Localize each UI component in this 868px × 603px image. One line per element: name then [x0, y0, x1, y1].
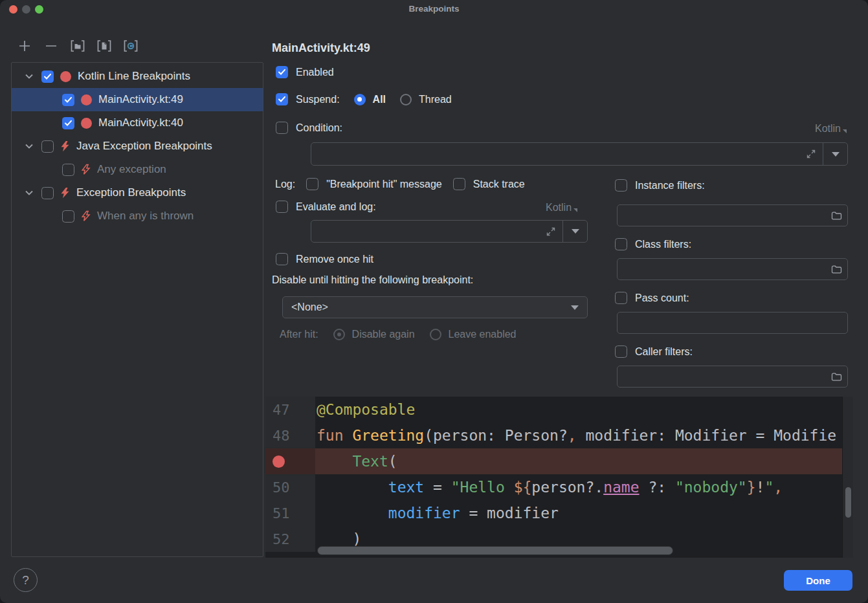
tree-row-java-exception-breakpoints[interactable]: Java Exception Breakpoints: [12, 135, 263, 158]
suspend-checkbox[interactable]: [276, 93, 288, 105]
minus-icon: [44, 39, 58, 53]
chevron-down-icon[interactable]: [25, 73, 34, 80]
gutter-line-number: 47: [265, 397, 315, 422]
tree-item-label: Kotlin Line Breakpoints: [78, 70, 190, 83]
condition-language-selector[interactable]: Kotlin: [815, 123, 847, 135]
tree-row-exception-breakpoints[interactable]: Exception Breakpoints: [12, 181, 263, 204]
evaluate-history-dropdown[interactable]: [563, 229, 587, 234]
stack-trace-checkbox[interactable]: [453, 178, 465, 190]
log-message-label: "Breakpoint hit" message: [326, 179, 442, 190]
expand-editor-button[interactable]: [799, 149, 823, 159]
pass-count-checkbox[interactable]: [615, 292, 627, 304]
disable-until-combobox[interactable]: <None>: [282, 296, 588, 318]
remove-breakpoint-button[interactable]: [43, 38, 60, 54]
group-by-package-button[interactable]: [69, 38, 86, 54]
group-by-class-button[interactable]: C: [122, 38, 139, 54]
condition-history-dropdown[interactable]: [823, 152, 847, 157]
code-line-text: modifier = modifier: [315, 500, 559, 526]
evaluate-field[interactable]: [311, 220, 588, 243]
tree-checkbox[interactable]: [62, 210, 74, 223]
evaluate-language-label: Kotlin: [546, 202, 572, 214]
tree-checkbox[interactable]: [62, 164, 74, 176]
tree-checkbox[interactable]: [41, 187, 54, 199]
caller-filters-input[interactable]: [618, 366, 825, 387]
suspend-all-radio[interactable]: [354, 94, 366, 105]
after-hit-leave-radio[interactable]: [430, 329, 441, 340]
exception-bolt-icon: [60, 187, 70, 199]
tree-item-label: When any is thrown: [97, 210, 194, 223]
suspend-label: Suspend:: [296, 94, 340, 105]
chevron-down-icon[interactable]: [25, 190, 34, 196]
breakpoints-toolbar: C: [16, 38, 139, 54]
evaluate-input[interactable]: [311, 221, 539, 242]
caller-filters-field[interactable]: [617, 366, 848, 388]
class-filters-field[interactable]: [617, 258, 848, 280]
dropdown-arrow-icon: [572, 229, 579, 234]
tree-row-any-exception[interactable]: Any exception: [12, 158, 263, 181]
code-line: 51 modifier = modifier: [265, 500, 853, 526]
horizontal-scrollbar-thumb[interactable]: [317, 546, 673, 555]
log-message-checkbox[interactable]: [306, 178, 318, 190]
vertical-scrollbar-thumb[interactable]: [845, 487, 851, 518]
group-by-file-button[interactable]: [96, 38, 113, 54]
remove-once-checkbox[interactable]: [276, 253, 288, 265]
condition-input[interactable]: [311, 143, 799, 165]
tree-checkbox[interactable]: [41, 71, 54, 83]
tree-row-mainactivity-40[interactable]: MainActivity.kt:40: [12, 111, 263, 135]
browse-button[interactable]: [825, 265, 847, 274]
evaluate-checkbox[interactable]: [276, 201, 288, 213]
enabled-row: Enabled: [276, 66, 334, 78]
breakpoint-details: MainActivity.kt:49 Enabled Suspend: All …: [272, 0, 854, 395]
after-hit-disable-radio[interactable]: [333, 329, 345, 340]
enabled-checkbox[interactable]: [276, 66, 288, 78]
class-filters-input[interactable]: [618, 259, 825, 280]
tree-checkbox[interactable]: [62, 94, 74, 106]
exception-bolt-outline-icon: [81, 210, 91, 222]
class-filters-row: Class filters:: [615, 238, 691, 250]
gutter-line-number: 52: [265, 526, 315, 552]
breakpoint-dot-icon: [60, 71, 71, 82]
class-filters-label: Class filters:: [635, 239, 691, 250]
breakpoint-dot-icon: [81, 94, 92, 105]
help-label: ?: [22, 573, 29, 587]
stack-trace-label: Stack trace: [473, 179, 525, 190]
browse-button[interactable]: [825, 372, 847, 382]
instance-filters-input[interactable]: [618, 205, 825, 226]
suspend-thread-radio[interactable]: [400, 94, 412, 105]
expand-editor-button[interactable]: [539, 226, 562, 237]
instance-filters-field[interactable]: [617, 204, 848, 226]
tree-row-mainactivity-49[interactable]: MainActivity.kt:49: [12, 88, 263, 111]
tree-checkbox[interactable]: [62, 117, 74, 129]
check-icon: [278, 69, 286, 76]
pass-count-input[interactable]: [618, 312, 847, 333]
help-button[interactable]: ?: [14, 568, 38, 592]
code-line: 50 text = "Hello ${person?.name ?: "nobo…: [265, 474, 853, 500]
code-line-text: Text(: [315, 448, 397, 474]
expand-icon: [546, 226, 556, 237]
class-filters-checkbox[interactable]: [615, 238, 627, 250]
exception-bolt-outline-icon: [81, 164, 91, 175]
tree-checkbox[interactable]: [41, 140, 54, 153]
evaluate-row: Evaluate and log:: [276, 201, 376, 213]
condition-field[interactable]: [311, 142, 848, 166]
suspend-row: Suspend: All Thread: [276, 93, 452, 105]
pass-count-field[interactable]: [617, 312, 848, 334]
evaluate-language-selector[interactable]: Kotlin: [546, 202, 577, 214]
instance-filters-checkbox[interactable]: [615, 179, 627, 192]
code-line-text: text = "Hello ${person?.name ?: "nobody"…: [315, 474, 783, 500]
code-line: 47@Composable: [265, 397, 853, 422]
after-hit-label: After hit:: [280, 329, 318, 340]
chevron-down-icon[interactable]: [25, 143, 34, 149]
done-button[interactable]: Done: [784, 570, 852, 591]
tree-item-label: MainActivity.kt:40: [98, 116, 183, 129]
gutter-breakpoint-cell: [265, 448, 315, 474]
browse-button[interactable]: [825, 211, 847, 221]
tree-row-when-any-is-thrown[interactable]: When any is thrown: [12, 204, 263, 228]
caller-filters-row: Caller filters:: [615, 345, 693, 358]
vertical-scrollbar[interactable]: [842, 397, 853, 558]
tree-item-label: Exception Breakpoints: [76, 186, 186, 199]
condition-checkbox[interactable]: [276, 122, 288, 134]
add-breakpoint-button[interactable]: [16, 38, 33, 54]
tree-row-kotlin-line-breakpoints[interactable]: Kotlin Line Breakpoints: [12, 65, 263, 88]
caller-filters-checkbox[interactable]: [615, 345, 627, 358]
